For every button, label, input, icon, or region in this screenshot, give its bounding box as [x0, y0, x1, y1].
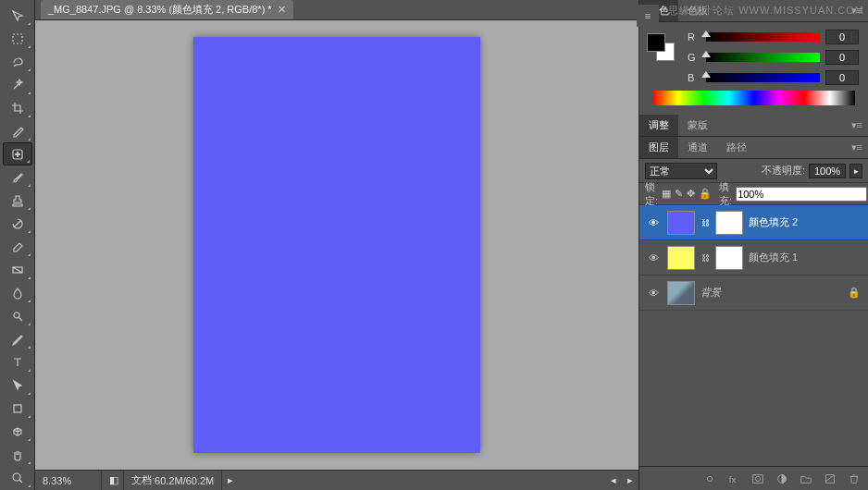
tool-pen[interactable] [3, 327, 32, 350]
opacity-label: 不透明度: [762, 164, 805, 178]
svg-rect-0 [13, 34, 22, 43]
layer-name[interactable]: 背景 [701, 286, 842, 300]
tool-dodge[interactable] [3, 304, 32, 327]
document-tab-title: _MG_8847.JPG @ 8.33% (颜色填充 2, RGB/8*) * [48, 3, 272, 17]
canvas-viewport[interactable] [35, 20, 639, 470]
collapsed-rail: ≡ [637, 5, 659, 27]
svg-point-5 [13, 473, 20, 481]
document-tab[interactable]: _MG_8847.JPG @ 8.33% (颜色填充 2, RGB/8*) * … [41, 0, 293, 19]
channel-label-b: B [688, 72, 701, 83]
delete-layer-icon[interactable] [846, 471, 862, 487]
tool-lasso[interactable] [3, 50, 32, 73]
visibility-icon[interactable]: 👁 [645, 214, 662, 231]
zoom-field[interactable]: 8.33% [35, 471, 102, 490]
lock-transparency-icon[interactable]: ▦ [662, 187, 671, 202]
doc-size-label: 文档: 60.2M/60.2M [124, 471, 222, 490]
lock-move-icon[interactable]: ✥ [687, 187, 695, 202]
tool-gradient[interactable] [3, 258, 32, 281]
close-icon[interactable]: ✕ [278, 4, 286, 16]
tab-paths[interactable]: 路径 [717, 137, 756, 158]
status-menu-arrow[interactable]: ▸ [222, 474, 239, 486]
tool-path-select[interactable] [3, 374, 32, 397]
visibility-icon[interactable]: 👁 [645, 285, 662, 301]
channel-input-r[interactable] [825, 30, 859, 44]
channel-input-g[interactable] [825, 50, 859, 65]
color-panel: RGB [639, 22, 868, 115]
tool-shape[interactable] [3, 397, 32, 420]
new-layer-icon[interactable] [822, 471, 838, 487]
layer-name[interactable]: 颜色填充 1 [749, 251, 862, 264]
channel-label-r: R [688, 31, 701, 43]
tool-wand[interactable] [3, 73, 32, 96]
canvas[interactable] [193, 37, 480, 453]
lock-all-icon[interactable]: 🔒 [699, 187, 712, 202]
mask-link-icon[interactable]: ⛓ [701, 214, 710, 231]
layer-thumbnail[interactable] [667, 246, 695, 270]
blend-mode-select[interactable]: 正常 [645, 163, 717, 179]
adjust-panel-header: 调整 蒙版 ▾≡ [639, 115, 868, 137]
tool-brush[interactable] [3, 165, 32, 189]
svg-point-8 [755, 476, 760, 481]
visibility-icon[interactable]: 👁 [645, 250, 662, 266]
layer-thumbnail[interactable] [667, 281, 695, 305]
tool-history-brush[interactable] [3, 212, 32, 235]
layer-mask-thumbnail[interactable] [715, 246, 743, 270]
lock-brush-icon[interactable]: ✎ [675, 187, 683, 202]
layer-options: 正常 不透明度: ▸ [639, 159, 868, 183]
watermark: 思缘设计论坛 WWW.MISSYUAN.COM [668, 4, 864, 18]
tool-3d[interactable] [3, 420, 32, 443]
svg-rect-4 [14, 405, 21, 412]
tab-channels[interactable]: 通道 [678, 137, 717, 158]
opacity-flyout[interactable]: ▸ [849, 164, 862, 178]
lock-icon: 🔒 [848, 287, 861, 299]
status-icon[interactable]: ◧ [102, 471, 124, 490]
tool-hand[interactable] [3, 443, 32, 466]
layer-footer: fx [639, 466, 868, 490]
slider-r[interactable] [706, 32, 820, 42]
link-layers-icon[interactable] [701, 471, 718, 487]
foreground-color-swatch[interactable] [647, 33, 665, 52]
svg-text:fx: fx [729, 473, 737, 484]
tool-move[interactable] [3, 4, 32, 27]
tool-zoom[interactable] [3, 466, 32, 489]
fill-input[interactable] [736, 187, 867, 202]
layer-row[interactable]: 👁⛓颜色填充 2 [639, 205, 868, 240]
tool-eyedropper[interactable] [3, 119, 32, 142]
add-mask-icon[interactable] [750, 471, 766, 487]
tool-stamp[interactable] [3, 189, 32, 212]
new-adjustment-icon[interactable] [774, 471, 790, 487]
layer-row[interactable]: 👁⛓颜色填充 1 [639, 240, 868, 276]
document-area: _MG_8847.JPG @ 8.33% (颜色填充 2, RGB/8*) * … [35, 0, 639, 490]
tab-adjust[interactable]: 调整 [639, 115, 678, 136]
layer-thumbnail[interactable] [667, 211, 695, 235]
tool-healing[interactable] [3, 142, 32, 165]
rail-icon[interactable]: ≡ [639, 6, 657, 25]
tool-type[interactable] [3, 350, 32, 374]
scroll-left[interactable]: ◂ [605, 474, 622, 486]
opacity-input[interactable] [809, 164, 846, 178]
layer-list: 👁⛓颜色填充 2👁⛓颜色填充 1👁背景🔒 [639, 205, 868, 466]
tool-crop[interactable] [3, 96, 32, 119]
slider-b[interactable] [706, 73, 820, 82]
status-bar: 8.33% ◧ 文档: 60.2M/60.2M ▸ ◂ ▸ [35, 470, 639, 490]
mask-link-icon[interactable]: ⛓ [701, 250, 710, 266]
layer-name[interactable]: 颜色填充 2 [749, 215, 862, 229]
layer-row[interactable]: 👁背景🔒 [639, 276, 868, 311]
panel-menu-icon[interactable]: ▾≡ [846, 119, 868, 131]
new-group-icon[interactable] [798, 471, 814, 487]
color-spectrum[interactable] [652, 91, 855, 105]
slider-g[interactable] [706, 53, 820, 62]
scroll-right[interactable]: ▸ [622, 474, 639, 486]
tool-eraser[interactable] [3, 235, 32, 258]
document-tabbar: _MG_8847.JPG @ 8.33% (颜色填充 2, RGB/8*) * … [35, 0, 639, 20]
tool-blur[interactable] [3, 281, 32, 304]
layer-fx-icon[interactable]: fx [725, 471, 742, 487]
tab-layers[interactable]: 图层 [639, 137, 678, 158]
channel-input-b[interactable] [825, 70, 859, 85]
tab-mask[interactable]: 蒙版 [678, 115, 717, 136]
layer-mask-thumbnail[interactable] [715, 211, 743, 235]
panel-menu-icon[interactable]: ▾≡ [846, 141, 868, 153]
channel-label-g: G [688, 52, 701, 63]
tool-marquee[interactable] [3, 27, 32, 50]
toolbox [0, 0, 35, 490]
